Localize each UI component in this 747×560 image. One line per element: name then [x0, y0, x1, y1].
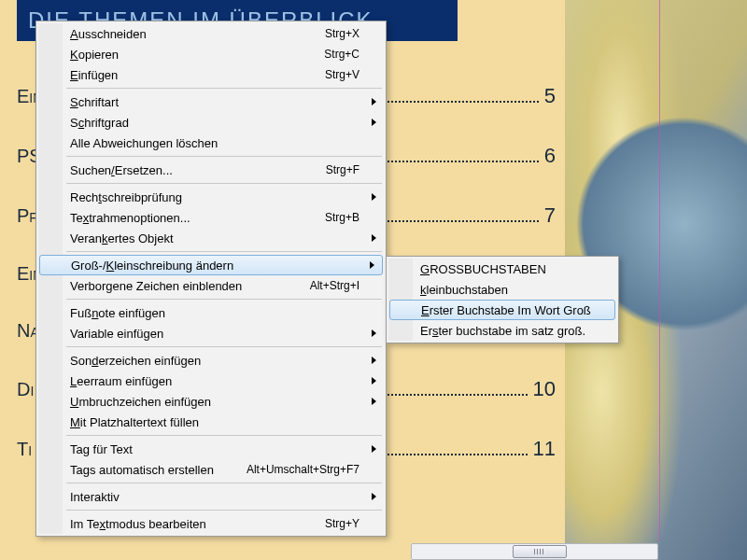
horizontal-scrollbar[interactable]: [411, 543, 658, 560]
scrollbar-thumb[interactable]: [513, 545, 567, 558]
menu-item-shortcut: Strg+F: [326, 163, 359, 176]
menu-item-tag-f-r-text[interactable]: Tag für Text: [38, 439, 384, 459]
submenu-arrow-icon: [372, 98, 376, 105]
menu-separator: [66, 183, 382, 184]
submenu-arrow-icon: [370, 261, 374, 269]
menu-item-label: Schriftart: [70, 95, 359, 109]
menu-item-gro-kleinschreibung-ndern[interactable]: Groß-/Kleinschreibung ändern: [39, 255, 383, 275]
menu-separator: [66, 435, 382, 436]
menu-item-umbruchzeichen-einf-gen[interactable]: Umbruchzeichen einfügen: [38, 391, 384, 412]
menu-item-einf-gen[interactable]: EinfügenStrg+V: [38, 64, 384, 85]
menu-item-label: Schriftgrad: [70, 116, 359, 130]
menu-item-rechtschreibpr-fung[interactable]: Rechtschreibprüfung: [38, 187, 384, 207]
menu-item-label: Kopieren: [70, 48, 307, 62]
margin-guide: [659, 0, 660, 541]
menu-item-label: Tag für Text: [70, 442, 359, 456]
toc-label: Di: [17, 379, 34, 400]
menu-item-schriftgrad[interactable]: Schriftgrad: [38, 112, 384, 133]
menu-item-shortcut: Strg+Y: [325, 517, 359, 530]
menu-item-label: Tags automatisch erstellen: [70, 463, 230, 477]
submenu-arrow-icon: [372, 357, 376, 364]
change-case-submenu[interactable]: GROSSBUCHSTABENkleinbuchstabenErster Buc…: [386, 256, 619, 343]
toc-page-number: 6: [544, 144, 556, 168]
menu-item-label: Leerraum einfügen: [70, 374, 359, 388]
menu-item-shortcut: Strg+B: [325, 211, 359, 224]
menu-separator: [66, 346, 382, 347]
menu-item-mit-platzhaltertext-f-llen[interactable]: Mit Platzhaltertext füllen: [38, 412, 384, 432]
menu-item-shortcut: Strg+C: [324, 48, 359, 61]
menu-separator: [66, 483, 382, 483]
menu-item-verborgene-zeichen-einblenden[interactable]: Verborgene Zeichen einblendenAlt+Strg+I: [38, 275, 384, 296]
menu-item-kopieren[interactable]: KopierenStrg+C: [38, 44, 384, 64]
menu-item-label: Umbruchzeichen einfügen: [70, 395, 359, 409]
menu-separator: [66, 156, 382, 157]
menu-item-label: Sonderzeichen einfügen: [70, 354, 359, 368]
menu-item-grossbuchstaben[interactable]: GROSSBUCHSTABEN: [388, 259, 616, 279]
menu-item-label: Verankertes Objekt: [70, 231, 359, 245]
menu-separator: [66, 251, 382, 252]
menu-separator: [66, 88, 382, 89]
toc-page-number: 5: [544, 84, 556, 108]
submenu-arrow-icon: [372, 445, 376, 453]
menu-item-label: Verborgene Zeichen einblenden: [70, 279, 293, 293]
menu-item-variable-einf-gen[interactable]: Variable einfügen: [38, 323, 384, 343]
menu-separator: [66, 299, 382, 300]
menu-item-label: Variable einfügen: [70, 327, 359, 341]
menu-item-label: Fußnote einfügen: [70, 306, 359, 320]
menu-item-label: Mit Platzhaltertext füllen: [70, 415, 359, 429]
menu-item-label: Einfügen: [70, 68, 308, 82]
submenu-arrow-icon: [372, 377, 376, 385]
menu-item-label: Erster Buchstabe Im Wort Groß: [421, 303, 591, 317]
menu-item-label: Textrahmenoptionen...: [70, 211, 308, 225]
toc-page-number: 11: [533, 437, 556, 461]
submenu-arrow-icon: [372, 119, 376, 126]
menu-item-shortcut: Strg+V: [325, 68, 359, 81]
menu-item-interaktiv[interactable]: Interaktiv: [38, 486, 384, 507]
menu-item-verankertes-objekt[interactable]: Verankertes Objekt: [38, 228, 384, 248]
toc-page-number: 7: [544, 203, 556, 228]
menu-item-label: Ausschneiden: [70, 27, 308, 41]
toc-label: Ti: [17, 439, 32, 460]
menu-item-label: Alle Abweichungen löschen: [70, 136, 359, 150]
menu-item-label: Rechtschreibprüfung: [70, 190, 359, 204]
menu-item-label: Interaktiv: [70, 490, 359, 504]
menu-item-label: Groß-/Kleinschreibung ändern: [71, 259, 359, 273]
submenu-arrow-icon: [372, 329, 376, 337]
menu-item-label: GROSSBUCHSTABEN: [420, 262, 592, 276]
submenu-arrow-icon: [372, 493, 376, 500]
menu-item-label: Im Textmodus bearbeiten: [70, 517, 308, 531]
submenu-arrow-icon: [372, 398, 376, 405]
menu-item-tags-automatisch-erstellen[interactable]: Tags automatisch erstellenAlt+Umschalt+S…: [38, 459, 384, 480]
menu-item-im-textmodus-bearbeiten[interactable]: Im Textmodus bearbeitenStrg+Y: [38, 513, 384, 534]
menu-item-kleinbuchstaben[interactable]: kleinbuchstaben: [388, 279, 616, 300]
menu-item-label: Erster buchstabe im satz groß.: [420, 324, 592, 338]
menu-item-label: kleinbuchstaben: [420, 283, 592, 297]
menu-item-shortcut: Alt+Strg+I: [310, 279, 359, 292]
document-page: DIE THEMEN IM ÜBERBLICK Ein5PS6Pf7EinNaD…: [0, 0, 747, 560]
menu-item-textrahmenoptionen[interactable]: Textrahmenoptionen...Strg+B: [38, 207, 384, 228]
menu-item-erster-buchstabe-im-satz-gro[interactable]: Erster buchstabe im satz groß.: [388, 320, 616, 341]
toc-page-number: 10: [533, 377, 556, 401]
context-menu[interactable]: AusschneidenStrg+XKopierenStrg+CEinfügen…: [35, 21, 387, 537]
menu-item-label: Suchen/Ersetzen...: [70, 163, 309, 177]
submenu-arrow-icon: [372, 234, 376, 242]
menu-item-erster-buchstabe-im-wort-gro[interactable]: Erster Buchstabe Im Wort Groß: [389, 300, 615, 320]
menu-item-schriftart[interactable]: Schriftart: [38, 91, 384, 112]
menu-item-suchen-ersetzen[interactable]: Suchen/Ersetzen...Strg+F: [38, 160, 384, 180]
menu-item-leerraum-einf-gen[interactable]: Leerraum einfügen: [38, 371, 384, 391]
menu-item-ausschneiden[interactable]: AusschneidenStrg+X: [38, 23, 384, 44]
toc-label: Pf: [17, 205, 37, 227]
menu-item-shortcut: Alt+Umschalt+Strg+F7: [247, 463, 359, 476]
menu-item-shortcut: Strg+X: [325, 27, 359, 40]
submenu-arrow-icon: [372, 193, 376, 201]
menu-separator: [66, 510, 382, 511]
menu-item-sonderzeichen-einf-gen[interactable]: Sonderzeichen einfügen: [38, 350, 384, 371]
menu-item-fu-note-einf-gen[interactable]: Fußnote einfügen: [38, 302, 384, 323]
menu-item-alle-abweichungen-l-schen[interactable]: Alle Abweichungen löschen: [38, 133, 384, 153]
